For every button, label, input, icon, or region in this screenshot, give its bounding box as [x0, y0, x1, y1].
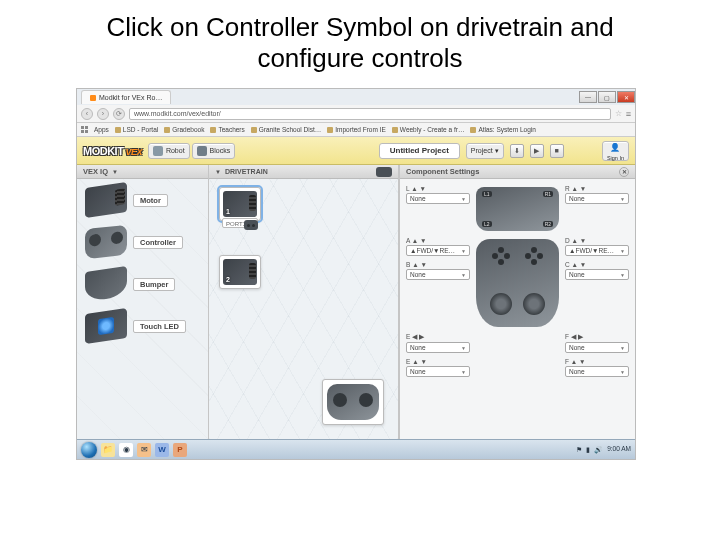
sidebar-header[interactable]: VEX IQ ▼ [77, 165, 208, 179]
url-input[interactable]: www.modkit.com/vex/editor/ [129, 108, 611, 120]
bookmark-star-icon[interactable]: ☆ [615, 109, 622, 118]
bookmark-item[interactable]: Imported From IE [327, 126, 386, 133]
stage-motor-block-1[interactable]: 1 PORT1 ▾ [219, 187, 261, 221]
dropdown-F-lr[interactable]: None▼ [565, 342, 629, 353]
bookmark-item[interactable]: Teachers [210, 126, 244, 133]
controller-top-illustration: L1 L2 R1 R2 [476, 187, 559, 231]
tray-network-icon[interactable]: ▮ [586, 446, 590, 454]
controller-icon [85, 225, 127, 259]
reload-button[interactable]: ⟳ [113, 108, 125, 120]
url-text: www.modkit.com/vex/editor/ [134, 110, 221, 117]
apps-icon[interactable] [81, 126, 88, 133]
robot-icon [153, 146, 163, 156]
download-button[interactable]: ⬇ [510, 144, 524, 158]
minimize-button[interactable]: — [579, 91, 597, 103]
robot-tab[interactable]: Robot [148, 143, 190, 159]
dropdown-E-lr[interactable]: None▼ [406, 342, 470, 353]
dropdown-E-ud[interactable]: None▼ [406, 366, 470, 377]
bookmark-folder-icon [470, 127, 476, 133]
bookmark-folder-icon [251, 127, 257, 133]
dropdown-F-ud[interactable]: None▼ [565, 366, 629, 377]
settings-header: Component Settings ✕ [400, 165, 635, 179]
apps-label[interactable]: Apps [94, 126, 109, 133]
sign-in-button[interactable]: 👤 Sign In [602, 141, 629, 161]
sidebar-item-controller[interactable]: Controller [77, 221, 208, 263]
app-main: VEX IQ ▼ Motor Controller Bumper [77, 165, 635, 439]
chevron-down-icon: ▼ [620, 248, 625, 254]
taskbar-powerpoint-icon[interactable]: P [173, 443, 187, 457]
close-settings-button[interactable]: ✕ [619, 167, 629, 177]
field-D: D ▲ ▼ ▲FWD/▼RE…▼ [565, 237, 629, 256]
bookmarks-bar: Apps LSD - Portal Gradebook Teachers Gra… [77, 123, 635, 137]
taskbar-chrome-icon[interactable]: ◉ [119, 443, 133, 457]
field-R: R ▲ ▼ None▼ [565, 185, 629, 204]
touch-led-icon [85, 308, 127, 344]
controller-symbol-button[interactable] [244, 220, 258, 230]
project-title[interactable]: Untitled Project [379, 143, 460, 159]
dropdown-L[interactable]: None▼ [406, 193, 470, 204]
sidebar-list[interactable]: Motor Controller Bumper Touch LED [77, 179, 208, 439]
sidebar-item-bumper[interactable]: Bumper [77, 263, 208, 305]
robot-stage[interactable]: ▼ DRIVETRAIN 1 PORT1 ▾ 2 [209, 165, 399, 439]
start-button[interactable] [81, 442, 97, 458]
forward-button[interactable]: › [97, 108, 109, 120]
stage-header: ▼ DRIVETRAIN [209, 165, 398, 179]
canvas-area: ▼ DRIVETRAIN 1 PORT1 ▾ 2 [209, 165, 635, 439]
parts-sidebar: VEX IQ ▼ Motor Controller Bumper [77, 165, 209, 439]
field-E-lr: E ◀ ▶ None▼ [406, 333, 470, 353]
bookmark-folder-icon [210, 127, 216, 133]
taskbar-explorer-icon[interactable]: 📁 [101, 443, 115, 457]
field-B: B ▲ ▼ None▼ [406, 261, 470, 280]
menu-icon[interactable]: ≡ [626, 109, 631, 119]
project-menu[interactable]: Project ▾ [466, 143, 504, 159]
user-icon: 👤 [610, 143, 620, 152]
taskbar-clock[interactable]: 9:00 AM [607, 446, 631, 453]
chevron-down-icon: ▼ [461, 345, 466, 351]
bookmark-item[interactable]: Atlas: System Login [470, 126, 535, 133]
bookmark-folder-icon [327, 127, 333, 133]
dropdown-A[interactable]: ▲FWD/▼RE…▼ [406, 245, 470, 256]
dropdown-R[interactable]: None▼ [565, 193, 629, 204]
dropdown-C[interactable]: None▼ [565, 269, 629, 280]
chevron-down-icon: ▼ [461, 196, 466, 202]
dropdown-B[interactable]: None▼ [406, 269, 470, 280]
motor-graphic: 2 [223, 259, 257, 285]
taskbar-outlook-icon[interactable]: ✉ [137, 443, 151, 457]
chevron-down-icon: ▼ [620, 272, 625, 278]
field-C: C ▲ ▼ None▼ [565, 261, 629, 280]
blocks-icon [197, 146, 207, 156]
controller-indicator-icon[interactable] [376, 167, 392, 177]
slide-title-line2: configure controls [257, 43, 462, 73]
stop-button[interactable]: ■ [550, 144, 564, 158]
sidebar-item-touch-led[interactable]: Touch LED [77, 305, 208, 347]
controller-graphic [327, 384, 379, 420]
blocks-tab[interactable]: Blocks [192, 143, 236, 159]
dropdown-D[interactable]: ▲FWD/▼RE…▼ [565, 245, 629, 256]
field-A: A ▲ ▼ ▲FWD/▼RE…▼ [406, 237, 470, 256]
system-tray: ⚑ ▮ 🔊 9:00 AM [576, 446, 631, 454]
stage-motor-block-2[interactable]: 2 [219, 255, 261, 289]
right-stick-icon [523, 293, 545, 315]
maximize-button[interactable]: ▢ [598, 91, 616, 103]
sidebar-item-motor[interactable]: Motor [77, 179, 208, 221]
motor-graphic: 1 [223, 191, 257, 217]
play-button[interactable]: ▶ [530, 144, 544, 158]
browser-window: Modkit for VEx Ro… — ▢ ✕ ‹ › ⟳ www.modki… [76, 88, 636, 460]
tray-volume-icon[interactable]: 🔊 [594, 446, 603, 454]
stage-controller-block[interactable] [322, 379, 384, 425]
taskbar-word-icon[interactable]: W [155, 443, 169, 457]
tray-flag-icon[interactable]: ⚑ [576, 446, 582, 454]
stage-title: DRIVETRAIN [225, 168, 268, 175]
bookmark-item[interactable]: LSD - Portal [115, 126, 158, 133]
chevron-down-icon[interactable]: ▼ [215, 169, 221, 175]
back-button[interactable]: ‹ [81, 108, 93, 120]
bookmark-folder-icon [115, 127, 121, 133]
browser-tab[interactable]: Modkit for VEx Ro… [81, 90, 171, 104]
modkit-logo: MODKITVEX [83, 145, 142, 157]
field-F-lr: F ◀ ▶ None▼ [565, 333, 629, 353]
close-button[interactable]: ✕ [617, 91, 635, 103]
bookmark-item[interactable]: Granite School Dist… [251, 126, 322, 133]
bookmark-item[interactable]: Weebly - Create a fr… [392, 126, 465, 133]
favicon-icon [90, 95, 96, 101]
bookmark-item[interactable]: Gradebook [164, 126, 204, 133]
